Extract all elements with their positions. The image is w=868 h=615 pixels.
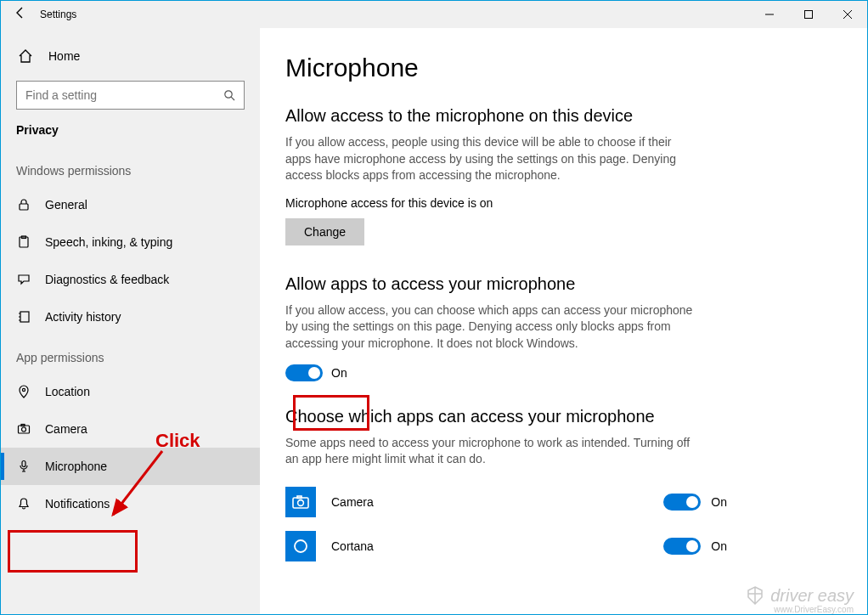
sidebar-item-label: General xyxy=(45,198,87,212)
feedback-icon xyxy=(16,272,31,287)
sidebar-item-label: Camera xyxy=(45,422,87,436)
app-cortana-toggle[interactable] xyxy=(663,538,701,555)
svg-point-13 xyxy=(22,427,26,432)
sidebar-item-label: Speech, inking, & typing xyxy=(45,235,172,249)
sidebar-item-label: Location xyxy=(45,385,90,398)
window-controls xyxy=(750,1,867,28)
apps-access-toggle-row: On xyxy=(285,364,850,381)
home-label: Home xyxy=(48,49,80,63)
section-label: Privacy xyxy=(1,118,260,149)
sidebar-item-label: Diagnostics & feedback xyxy=(45,273,169,286)
svg-point-2 xyxy=(225,91,232,98)
main-content: Microphone Allow access to the microphon… xyxy=(260,28,867,614)
window-title: Settings xyxy=(40,8,76,20)
bell-icon xyxy=(16,496,31,511)
close-button[interactable] xyxy=(828,1,867,28)
home-nav[interactable]: Home xyxy=(1,38,260,74)
search-icon xyxy=(222,87,237,103)
sidebar-item-notifications[interactable]: Notifications xyxy=(1,485,260,522)
settings-window: Settings Home Privacy Windows permission… xyxy=(0,0,868,615)
svg-point-11 xyxy=(22,388,25,391)
section-device-access-heading: Allow access to the microphone on this d… xyxy=(285,106,850,126)
section-choose-apps-heading: Choose which apps can access your microp… xyxy=(285,407,850,426)
app-name-label: Camera xyxy=(331,495,663,509)
svg-rect-4 xyxy=(20,204,28,210)
app-toggle-label: On xyxy=(711,539,727,553)
svg-rect-12 xyxy=(19,426,30,433)
apps-access-toggle[interactable] xyxy=(285,364,323,381)
app-list: Camera On Cortana On xyxy=(285,480,850,568)
lock-icon xyxy=(16,197,31,212)
app-cortana-icon xyxy=(285,531,316,561)
titlebar: Settings xyxy=(1,1,867,28)
svg-rect-7 xyxy=(20,312,29,322)
sidebar-item-label: Activity history xyxy=(45,310,121,324)
search-input[interactable] xyxy=(24,87,198,103)
camera-icon xyxy=(16,421,31,437)
change-button[interactable]: Change xyxy=(285,218,364,245)
sidebar-item-label: Notifications xyxy=(45,497,110,511)
svg-point-19 xyxy=(295,540,307,552)
maximize-button[interactable] xyxy=(789,1,828,28)
section-device-access-desc: If you allow access, people using this d… xyxy=(285,134,693,184)
clipboard-icon xyxy=(16,234,31,250)
svg-line-3 xyxy=(231,97,234,100)
section-choose-apps-desc: Some apps need to access your microphone… xyxy=(285,435,693,468)
page-title: Microphone xyxy=(285,54,850,82)
device-access-status: Microphone access for this device is on xyxy=(285,196,850,210)
sidebar-item-location[interactable]: Location xyxy=(1,373,260,410)
app-camera-icon xyxy=(285,487,316,517)
svg-rect-1 xyxy=(805,11,813,19)
app-row-camera: Camera On xyxy=(285,480,727,524)
svg-rect-16 xyxy=(293,498,308,508)
section-app-access-desc: If you allow access, you can choose whic… xyxy=(285,302,693,353)
app-name-label: Cortana xyxy=(331,539,663,553)
sidebar-item-diagnostics[interactable]: Diagnostics & feedback xyxy=(1,261,260,298)
back-button[interactable] xyxy=(1,6,40,23)
app-row-cortana: Cortana On xyxy=(285,524,727,568)
sidebar-item-microphone[interactable]: Microphone xyxy=(1,448,260,485)
sidebar-item-label: Microphone xyxy=(45,460,107,473)
sidebar-item-camera[interactable]: Camera xyxy=(1,410,260,448)
toggle-label: On xyxy=(331,366,347,380)
sidebar-item-activity[interactable]: Activity history xyxy=(1,298,260,336)
location-icon xyxy=(16,384,31,399)
app-toggle-label: On xyxy=(711,495,727,509)
search-box[interactable] xyxy=(16,81,245,110)
group-windows-permissions: Windows permissions xyxy=(1,149,260,186)
app-camera-toggle[interactable] xyxy=(663,494,701,511)
svg-rect-15 xyxy=(22,461,25,467)
microphone-icon xyxy=(16,459,31,474)
sidebar-item-general[interactable]: General xyxy=(1,186,260,223)
minimize-button[interactable] xyxy=(750,1,789,28)
svg-point-17 xyxy=(298,499,304,505)
sidebar: Home Privacy Windows permissions General… xyxy=(1,28,260,614)
home-icon xyxy=(16,48,35,64)
sidebar-item-speech[interactable]: Speech, inking, & typing xyxy=(1,223,260,261)
section-app-access-heading: Allow apps to access your microphone xyxy=(285,274,850,294)
history-icon xyxy=(16,309,31,324)
group-app-permissions: App permissions xyxy=(1,336,260,373)
